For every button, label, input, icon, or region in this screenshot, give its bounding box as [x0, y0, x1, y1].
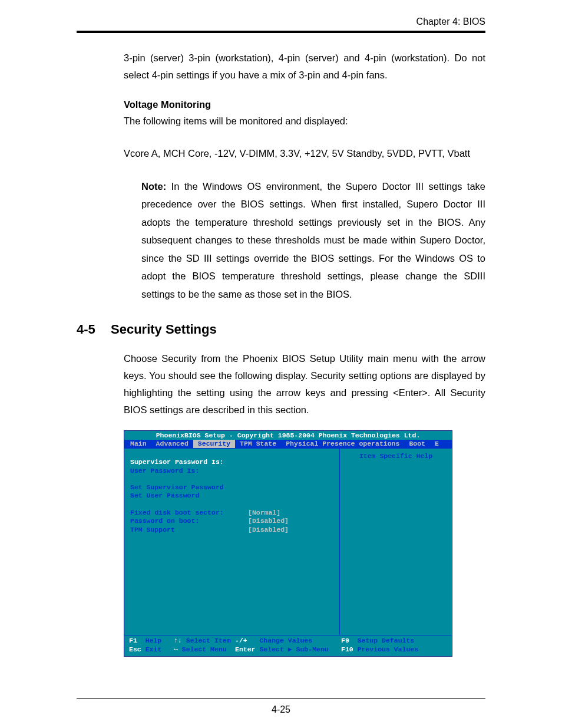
paragraph-voltage-items: Vcore A, MCH Core, -12V, V-DIMM, 3.3V, +… [124, 145, 485, 162]
bios-item-set-user-password[interactable]: Set User Password [130, 492, 333, 500]
key-updown: ↑↓ [174, 637, 182, 644]
bios-item-user-password-is[interactable]: User Password Is: [130, 467, 333, 475]
key-enter: Enter [235, 645, 256, 653]
page-number: 4-25 [77, 704, 485, 715]
key-f10: F10 [341, 645, 353, 653]
key-leftright: ↔ [174, 645, 178, 653]
bios-label: Fixed disk boot sector: [130, 509, 248, 517]
header-rule [77, 31, 485, 33]
paragraph-security-intro: Choose Security from the Phoenix BIOS Se… [124, 350, 485, 419]
key-f1: F1 [129, 637, 137, 644]
bios-help-pane: Item Specific Help [340, 449, 452, 635]
bios-footer: F1 Help ↑↓ Select Item -/+ Change Values… [124, 635, 452, 656]
hint-change-values: Change Values [259, 637, 312, 644]
hint-select-menu: Select Menu [182, 645, 227, 653]
bios-screenshot: PhoenixBIOS Setup - Copyright 1985-2004 … [124, 430, 452, 657]
section-number: 4-5 [77, 322, 111, 337]
bios-row-fixed-disk[interactable]: Fixed disk boot sector: [Normal] [130, 509, 333, 517]
chapter-header: Chapter 4: BIOS [77, 17, 485, 27]
bios-menu-main[interactable]: Main [125, 440, 151, 448]
bios-value: [Normal] [248, 509, 280, 517]
bios-label: Password on boot: [130, 517, 248, 525]
bios-left-pane: Supervisor Password Is: User Password Is… [124, 449, 340, 635]
bios-item-set-supervisor-password[interactable]: Set Supervisor Password [130, 483, 333, 492]
bios-row-tpm-support[interactable]: TPM Support [Disabled] [130, 526, 333, 534]
bios-value: [Disabled] [248, 517, 289, 525]
bios-help-title: Item Specific Help [345, 452, 447, 460]
hint-setup-defaults: Setup Defaults [358, 637, 415, 644]
footer-rule [77, 698, 485, 699]
section-title-text: Security Settings [111, 322, 217, 337]
bios-menu-boot[interactable]: Boot [404, 440, 430, 448]
bios-row-password-on-boot[interactable]: Password on boot: [Disabled] [130, 517, 333, 525]
bios-title-bar: PhoenixBIOS Setup - Copyright 1985-2004 … [124, 431, 452, 440]
note-label: Note: [141, 181, 166, 192]
bios-value: [Disabled] [248, 526, 289, 534]
bios-menu-security[interactable]: Security [193, 440, 235, 448]
note-block: Note: In the Windows OS environment, the… [141, 177, 485, 304]
bios-menu-tpm-state[interactable]: TPM State [235, 440, 281, 448]
bios-menu-overflow: E [430, 440, 444, 448]
bios-menu-physical-presence[interactable]: Physical Presence operations [281, 440, 404, 448]
bios-menu-advanced[interactable]: Advanced [151, 440, 193, 448]
bios-label: TPM Support [130, 526, 248, 534]
paragraph-fan-settings: 3-pin (server) 3-pin (workstation), 4-pi… [124, 50, 485, 84]
key-esc: Esc [129, 645, 141, 653]
hint-previous-values: Previous Values [358, 645, 419, 653]
section-heading-security: 4-5Security Settings [77, 322, 485, 337]
bios-item-supervisor-password-is[interactable]: Supervisor Password Is: [130, 458, 333, 466]
hint-select-item: Select Item [186, 637, 231, 644]
hint-exit: Exit [146, 645, 162, 653]
bios-body: Supervisor Password Is: User Password Is… [124, 448, 452, 635]
hint-submenu: Select ▶ Sub-Menu [259, 645, 328, 653]
key-plusminus: -/+ [235, 637, 247, 644]
heading-voltage-monitoring: Voltage Monitoring [124, 99, 485, 110]
note-body: In the Windows OS environment, the Super… [141, 181, 485, 299]
key-f9: F9 [341, 637, 349, 644]
paragraph-voltage-intro: The following items will be monitored an… [124, 113, 485, 130]
bios-menu-bar: Main Advanced Security TPM State Physica… [124, 440, 452, 448]
hint-help: Help [146, 637, 162, 644]
